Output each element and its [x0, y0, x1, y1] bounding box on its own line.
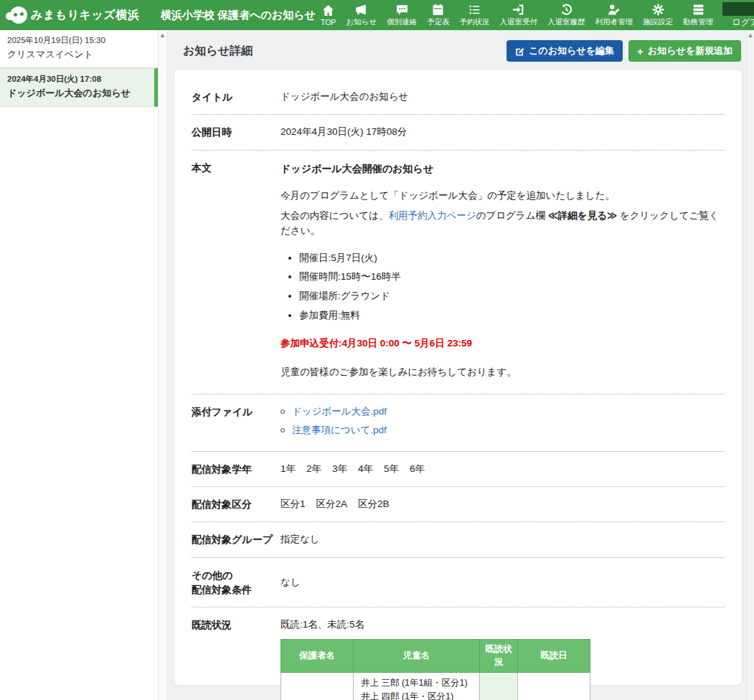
page-scrollbar[interactable]: ▲ — [746, 30, 754, 700]
history-clock-icon — [560, 4, 572, 16]
read-status-table: 保護者名 児童名 既読状況 既読日 井上 順次 井上 三郎 (1年1組・区分1) — [281, 639, 590, 700]
notice-body: ドッジボール大会開催のお知らせ 今月のプログラムとして「ドッジボール大会」の予定… — [281, 161, 725, 384]
label-target-grades: 配信対象学年 — [192, 462, 281, 476]
nav-item-reservation-status[interactable]: 予約状況 — [455, 2, 495, 29]
nav-item-entry-exit-history[interactable]: 入退室履歴 — [542, 2, 590, 29]
row-other-conditions: その他の 配信対象条件 なし — [192, 558, 725, 608]
body-closing: 児童の皆様のご参加を楽しみにお待ちしております。 — [281, 364, 725, 380]
guardian-name: 井上 順次 — [281, 673, 354, 700]
event-detail-list: 開催日:5月7日(火) 開催時間:15時〜16時半 開催場所:グラウンド 参加費… — [299, 250, 725, 323]
label-body: 本文 — [192, 161, 281, 384]
plus-icon: + — [637, 47, 644, 56]
label-target-group: 配信対象グループ — [192, 532, 281, 547]
target-grades: 1年2年3年4年5年6年 — [281, 462, 435, 476]
nav-item-schedule[interactable]: 予定表 — [422, 2, 455, 29]
chat-bubble-icon — [396, 4, 408, 16]
column-header-children: 児童名 — [354, 639, 480, 673]
notice-list-item[interactable]: 2025年10月19日(日) 15:30 クリスマスイベント — [0, 30, 158, 68]
calendar-icon — [432, 4, 444, 16]
nav-item-top[interactable]: TOP — [316, 3, 341, 28]
nav-item-notices[interactable]: お知らせ — [341, 2, 382, 29]
read-summary: 既読:1名、未読:5名 — [281, 618, 590, 632]
read-status-badge: ○ — [480, 673, 518, 700]
row-attachments: 添付ファイル ドッジボール大会.pdf 注意事項について.pdf — [192, 394, 725, 452]
row-title: タイトル ドッジボール大会のお知らせ — [192, 80, 725, 115]
page-title: お知らせ詳細 — [183, 44, 253, 59]
notice-list-sidebar: 2025年10月19日(日) 15:30 クリスマスイベント 2024年4月30… — [0, 30, 159, 700]
list-item: 開催場所:グラウンド — [299, 288, 725, 304]
body-heading: ドッジボール大会開催のお知らせ — [281, 161, 725, 176]
column-header-date: 既読日 — [518, 639, 590, 673]
top-navbar: みまもりキッズ横浜 横浜小学校 保護者へのお知らせ TOP お知らせ 個別連絡 … — [0, 0, 754, 30]
reservation-page-link[interactable]: 利用予約入力ページ — [388, 210, 476, 221]
column-header-status: 既読状況 — [480, 639, 518, 673]
attachment-link[interactable]: ドッジボール大会.pdf — [292, 405, 387, 419]
row-body: 本文 ドッジボール大会開催のお知らせ 今月のプログラムとして「ドッジボール大会」… — [192, 151, 725, 395]
column-header-guardian: 保護者名 — [281, 639, 354, 673]
list-item: 開催日:5月7日(火) — [299, 250, 725, 266]
list-icon — [468, 4, 481, 16]
nav-item-work-management[interactable]: 勤務管理 — [678, 2, 718, 29]
label-other-conditions: その他の 配信対象条件 — [192, 568, 281, 597]
list-item: 開催時間:15時〜16時半 — [299, 269, 725, 285]
sign-in-icon — [512, 4, 524, 16]
add-notice-button[interactable]: + お知らせを新規追加 — [628, 40, 741, 62]
value-title: ドッジボール大会のお知らせ — [281, 90, 408, 104]
nav-item-individual-contact[interactable]: 個別連絡 — [382, 2, 422, 29]
row-target-group: 配信対象グループ 指定なし — [192, 522, 725, 557]
nav-item-entry-exit-reception[interactable]: 入退室受付 — [495, 2, 543, 29]
edit-pencil-icon — [515, 47, 524, 56]
user-edit-icon — [608, 4, 620, 16]
masked-username — [722, 2, 754, 16]
notice-list-item-selected[interactable]: 2024年4月30日(火) 17:08 ドッジボール大会のお知らせ — [0, 68, 158, 107]
attachment-link[interactable]: 注意事項について.pdf — [292, 423, 387, 438]
row-publish-date: 公開日時 2024年4月30日(火) 17時08分 — [192, 115, 725, 150]
body-paragraph: 今月のプログラムとして「ドッジボール大会」の予定を追加いたしました。 — [281, 188, 725, 204]
megaphone-icon — [355, 4, 367, 16]
nav-item-user-management[interactable]: 利用者管理 — [590, 2, 638, 29]
scroll-up-icon[interactable]: ▲ — [747, 30, 754, 40]
sidebar-scrollbar[interactable]: ▲ — [159, 30, 167, 700]
scroll-up-icon[interactable]: ▲ — [159, 30, 166, 40]
circle-bullet-icon — [281, 410, 285, 414]
row-target-divisions: 配信対象区分 区分1区分2A区分2B — [192, 487, 725, 522]
main-nav: TOP お知らせ 個別連絡 予定表 予約状況 入退室受付 入退室履歴 利用者管 — [316, 2, 718, 29]
label-attachments: 添付ファイル — [192, 405, 281, 441]
server-stack-icon — [692, 4, 704, 16]
app-logo[interactable]: みまもりキッズ横浜 — [6, 6, 149, 24]
row-target-grades: 配信対象学年 1年2年3年4年5年6年 — [192, 452, 725, 487]
application-deadline: 参加申込受付:4月30日 0:00 〜 5月6日 23:59 — [281, 336, 725, 351]
target-group-value: 指定なし — [281, 532, 320, 547]
logout-button[interactable]: ログアウト — [722, 2, 754, 29]
label-target-divisions: 配信対象区分 — [192, 497, 281, 511]
gear-icon — [652, 4, 664, 16]
edit-notice-button[interactable]: このお知らせを編集 — [506, 40, 623, 62]
target-divisions: 区分1区分2A区分2B — [281, 497, 400, 511]
attachment-item[interactable]: 注意事項について.pdf — [281, 423, 387, 438]
attachment-item[interactable]: ドッジボール大会.pdf — [281, 405, 387, 419]
home-icon — [322, 4, 334, 16]
circle-bullet-icon — [281, 428, 285, 432]
main-content: お知らせ詳細 このお知らせを編集 + お知らせを新規追加 タイトル ドッジボール… — [167, 30, 746, 700]
label-title: タイトル — [192, 90, 281, 104]
value-publish-date: 2024年4月30日(火) 17時08分 — [281, 125, 407, 139]
children-names: 井上 三郎 (1年1組・区分1) 井上 四郎 (1年・区分1) 井上 次郎 (1… — [354, 673, 480, 700]
row-read-status: 既読状況 既読:1名、未読:5名 保護者名 児童名 既読状況 既読日 — [192, 607, 725, 700]
label-publish-date: 公開日時 — [192, 125, 281, 139]
table-row: 井上 順次 井上 三郎 (1年1組・区分1) 井上 四郎 (1年・区分1) 井上… — [281, 673, 590, 700]
nav-item-facility-settings[interactable]: 施設設定 — [638, 2, 678, 29]
notice-detail-panel: タイトル ドッジボール大会のお知らせ 公開日時 2024年4月30日(火) 17… — [174, 69, 743, 686]
mascot-icon — [6, 6, 27, 24]
other-conditions-value: なし — [281, 575, 301, 590]
body-paragraph: 大会の内容については、利用予約入力ページのプログラム欄 ≪詳細を見る≫ をクリッ… — [281, 208, 725, 239]
read-date: 2024年4月30日 — [518, 673, 590, 700]
label-read-status: 既読状況 — [192, 618, 281, 700]
list-item: 参加費用:無料 — [299, 308, 725, 323]
logo-text: みまもりキッズ横浜 — [31, 8, 139, 23]
app-title: 横浜小学校 保護者へのお知らせ — [161, 9, 316, 22]
